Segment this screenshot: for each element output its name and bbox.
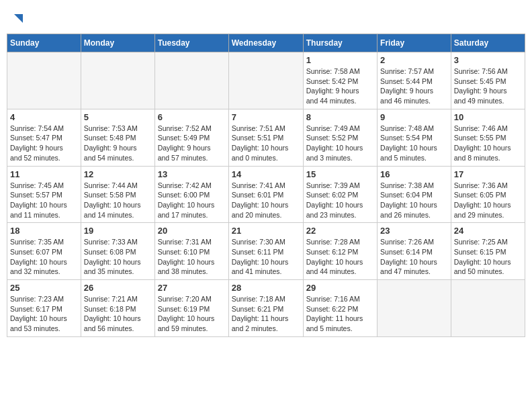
calendar-cell: 13Sunrise: 7:42 AMSunset: 6:00 PMDayligh… — [154, 166, 228, 223]
calendar-week-row-0: 1Sunrise: 7:58 AMSunset: 5:42 PMDaylight… — [7, 52, 525, 109]
day-info: Sunrise: 7:18 AMSunset: 6:21 PMDaylight:… — [232, 294, 300, 334]
day-number: 15 — [306, 169, 374, 179]
day-info: Sunrise: 7:51 AMSunset: 5:51 PMDaylight:… — [232, 124, 300, 163]
day-info: Sunrise: 7:25 AMSunset: 6:15 PMDaylight:… — [454, 237, 522, 277]
calendar-header-sunday: Sunday — [7, 34, 81, 52]
day-number: 20 — [158, 226, 226, 236]
calendar-cell: 12Sunrise: 7:44 AMSunset: 5:58 PMDayligh… — [81, 166, 154, 223]
day-number: 12 — [84, 169, 152, 179]
day-info: Sunrise: 7:26 AMSunset: 6:14 PMDaylight:… — [380, 237, 448, 277]
calendar-header-tuesday: Tuesday — [154, 34, 228, 52]
calendar-cell — [228, 52, 303, 109]
day-number: 1 — [306, 55, 374, 65]
day-number: 14 — [232, 169, 300, 179]
day-number: 21 — [232, 226, 300, 236]
day-info: Sunrise: 7:54 AMSunset: 5:47 PMDaylight:… — [10, 124, 78, 163]
day-info: Sunrise: 7:23 AMSunset: 6:17 PMDaylight:… — [10, 294, 78, 334]
svg-marker-0 — [14, 14, 23, 23]
calendar-cell: 23Sunrise: 7:26 AMSunset: 6:14 PMDayligh… — [378, 223, 451, 280]
calendar-cell — [154, 52, 228, 109]
calendar-header-row: SundayMondayTuesdayWednesdayThursdayFrid… — [7, 34, 525, 52]
calendar-cell — [451, 280, 525, 337]
day-number: 29 — [306, 283, 374, 293]
calendar-week-row-2: 11Sunrise: 7:45 AMSunset: 5:57 PMDayligh… — [7, 166, 525, 223]
day-number: 16 — [380, 169, 448, 179]
day-info: Sunrise: 7:42 AMSunset: 6:00 PMDaylight:… — [158, 181, 226, 220]
calendar-cell: 19Sunrise: 7:33 AMSunset: 6:08 PMDayligh… — [81, 223, 154, 280]
calendar-cell: 24Sunrise: 7:25 AMSunset: 6:15 PMDayligh… — [451, 223, 525, 280]
calendar-header-monday: Monday — [81, 34, 154, 52]
calendar-cell: 20Sunrise: 7:31 AMSunset: 6:10 PMDayligh… — [154, 223, 228, 280]
day-number: 19 — [84, 226, 152, 236]
day-number: 24 — [454, 226, 522, 236]
calendar-cell: 21Sunrise: 7:30 AMSunset: 6:11 PMDayligh… — [228, 223, 303, 280]
calendar-cell — [81, 52, 154, 109]
day-info: Sunrise: 7:48 AMSunset: 5:54 PMDaylight:… — [380, 124, 448, 163]
page-header — [7, 7, 525, 30]
calendar-cell: 22Sunrise: 7:28 AMSunset: 6:12 PMDayligh… — [303, 223, 377, 280]
day-info: Sunrise: 7:52 AMSunset: 5:49 PMDaylight:… — [158, 124, 226, 163]
day-number: 4 — [10, 112, 78, 122]
calendar-cell: 7Sunrise: 7:51 AMSunset: 5:51 PMDaylight… — [228, 109, 303, 166]
day-number: 28 — [232, 283, 300, 293]
day-number: 27 — [158, 283, 226, 293]
day-info: Sunrise: 7:57 AMSunset: 5:44 PMDaylight:… — [380, 66, 448, 106]
calendar-cell: 28Sunrise: 7:18 AMSunset: 6:21 PMDayligh… — [228, 280, 303, 337]
calendar-cell: 10Sunrise: 7:46 AMSunset: 5:55 PMDayligh… — [451, 109, 525, 166]
logo-triangle-icon — [11, 12, 23, 24]
calendar-cell: 4Sunrise: 7:54 AMSunset: 5:47 PMDaylight… — [7, 109, 81, 166]
day-info: Sunrise: 7:30 AMSunset: 6:11 PMDaylight:… — [232, 237, 300, 277]
day-number: 11 — [10, 169, 78, 179]
day-number: 25 — [10, 283, 78, 293]
calendar-cell: 2Sunrise: 7:57 AMSunset: 5:44 PMDaylight… — [378, 52, 451, 109]
day-info: Sunrise: 7:49 AMSunset: 5:52 PMDaylight:… — [306, 124, 374, 163]
day-info: Sunrise: 7:39 AMSunset: 6:02 PMDaylight:… — [306, 181, 374, 220]
day-info: Sunrise: 7:16 AMSunset: 6:22 PMDaylight:… — [306, 294, 374, 334]
logo — [9, 12, 23, 24]
day-info: Sunrise: 7:46 AMSunset: 5:55 PMDaylight:… — [454, 124, 522, 163]
calendar-cell: 5Sunrise: 7:53 AMSunset: 5:48 PMDaylight… — [81, 109, 154, 166]
day-number: 10 — [454, 112, 522, 122]
day-number: 23 — [380, 226, 448, 236]
calendar-cell: 6Sunrise: 7:52 AMSunset: 5:49 PMDaylight… — [154, 109, 228, 166]
day-info: Sunrise: 7:28 AMSunset: 6:12 PMDaylight:… — [306, 237, 374, 277]
day-info: Sunrise: 7:53 AMSunset: 5:48 PMDaylight:… — [84, 124, 152, 163]
day-info: Sunrise: 7:41 AMSunset: 6:01 PMDaylight:… — [232, 181, 300, 220]
calendar-cell: 1Sunrise: 7:58 AMSunset: 5:42 PMDaylight… — [303, 52, 377, 109]
calendar-cell: 14Sunrise: 7:41 AMSunset: 6:01 PMDayligh… — [228, 166, 303, 223]
calendar-week-row-1: 4Sunrise: 7:54 AMSunset: 5:47 PMDaylight… — [7, 109, 525, 166]
calendar-cell: 3Sunrise: 7:56 AMSunset: 5:45 PMDaylight… — [451, 52, 525, 109]
day-info: Sunrise: 7:20 AMSunset: 6:19 PMDaylight:… — [158, 294, 226, 334]
day-number: 22 — [306, 226, 374, 236]
day-info: Sunrise: 7:44 AMSunset: 5:58 PMDaylight:… — [84, 181, 152, 220]
day-info: Sunrise: 7:45 AMSunset: 5:57 PMDaylight:… — [10, 181, 78, 220]
calendar-cell: 15Sunrise: 7:39 AMSunset: 6:02 PMDayligh… — [303, 166, 377, 223]
calendar-week-row-4: 25Sunrise: 7:23 AMSunset: 6:17 PMDayligh… — [7, 280, 525, 337]
day-info: Sunrise: 7:31 AMSunset: 6:10 PMDaylight:… — [158, 237, 226, 277]
calendar-cell: 17Sunrise: 7:36 AMSunset: 6:05 PMDayligh… — [451, 166, 525, 223]
calendar-header-friday: Friday — [378, 34, 451, 52]
calendar-header-thursday: Thursday — [303, 34, 377, 52]
calendar-cell: 25Sunrise: 7:23 AMSunset: 6:17 PMDayligh… — [7, 280, 81, 337]
calendar-header-saturday: Saturday — [451, 34, 525, 52]
day-number: 5 — [84, 112, 152, 122]
day-info: Sunrise: 7:58 AMSunset: 5:42 PMDaylight:… — [306, 66, 374, 106]
calendar-cell: 27Sunrise: 7:20 AMSunset: 6:19 PMDayligh… — [154, 280, 228, 337]
calendar-cell: 26Sunrise: 7:21 AMSunset: 6:18 PMDayligh… — [81, 280, 154, 337]
calendar-cell: 9Sunrise: 7:48 AMSunset: 5:54 PMDaylight… — [378, 109, 451, 166]
day-number: 3 — [454, 55, 522, 65]
day-info: Sunrise: 7:56 AMSunset: 5:45 PMDaylight:… — [454, 66, 522, 106]
day-info: Sunrise: 7:35 AMSunset: 6:07 PMDaylight:… — [10, 237, 78, 277]
day-number: 6 — [158, 112, 226, 122]
day-number: 26 — [84, 283, 152, 293]
calendar-cell: 16Sunrise: 7:38 AMSunset: 6:04 PMDayligh… — [378, 166, 451, 223]
day-info: Sunrise: 7:36 AMSunset: 6:05 PMDaylight:… — [454, 181, 522, 220]
day-number: 17 — [454, 169, 522, 179]
calendar-cell: 11Sunrise: 7:45 AMSunset: 5:57 PMDayligh… — [7, 166, 81, 223]
calendar-cell: 18Sunrise: 7:35 AMSunset: 6:07 PMDayligh… — [7, 223, 81, 280]
day-number: 2 — [380, 55, 448, 65]
day-number: 7 — [232, 112, 300, 122]
calendar-cell: 29Sunrise: 7:16 AMSunset: 6:22 PMDayligh… — [303, 280, 377, 337]
calendar-cell — [7, 52, 81, 109]
calendar-cell — [378, 280, 451, 337]
